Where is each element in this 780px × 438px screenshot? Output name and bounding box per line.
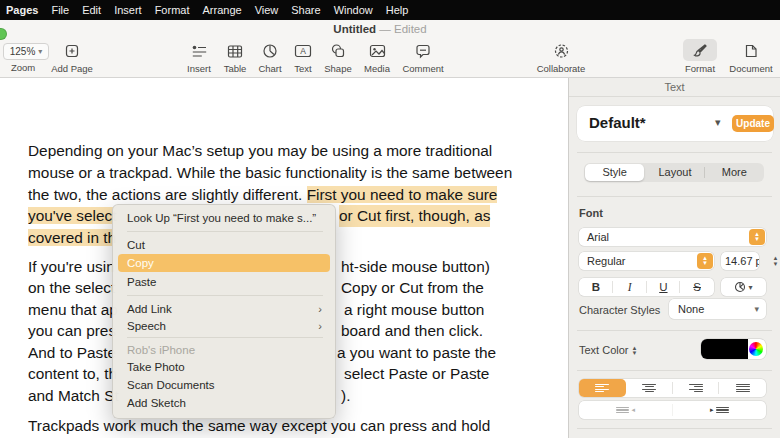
menu-item-paste[interactable]: Paste <box>118 273 330 291</box>
menu-item-scan-documents[interactable]: Scan Documents <box>118 376 330 394</box>
text-line: the two, the actions are slightly differ… <box>28 184 497 206</box>
indent-buttons: ◂ ▸ <box>579 401 766 419</box>
divider <box>577 196 772 197</box>
submenu-arrow-icon: › <box>318 300 322 318</box>
menu-item-copy[interactable]: Copy <box>118 254 330 272</box>
color-wheel-icon[interactable] <box>749 342 763 356</box>
svg-text:A: A <box>300 46 306 56</box>
context-menu: Look Up “First you need to make s...” Cu… <box>112 204 336 419</box>
format-sidebar: Text Default* ▾ Update Style Layout More… <box>568 78 780 438</box>
align-left-icon <box>595 382 609 393</box>
comment-icon <box>410 41 436 61</box>
menu-arrange[interactable]: Arrange <box>202 4 241 16</box>
style-name: Default* <box>589 114 646 131</box>
comment-button[interactable]: Comment <box>393 41 453 75</box>
menu-window[interactable]: Window <box>334 4 373 16</box>
menu-device-header: Rob's iPhone <box>118 341 330 359</box>
menu-item-speech[interactable]: Speech› <box>118 317 330 335</box>
document-title: Untitled <box>333 23 376 35</box>
divider <box>577 152 772 153</box>
text-line: mouse or a trackpad. While the basic fun… <box>28 162 512 184</box>
underline-button[interactable]: U <box>647 278 681 296</box>
font-family-select[interactable]: Arial ▲▼ <box>579 228 766 246</box>
menu-insert[interactable]: Insert <box>114 4 142 16</box>
alignment-buttons <box>579 379 766 397</box>
media-icon <box>364 41 390 61</box>
menu-item-add-sketch[interactable]: Add Sketch <box>118 394 330 412</box>
collaborate-button[interactable]: Collaborate <box>531 41 591 75</box>
menu-file[interactable]: File <box>51 4 69 16</box>
text-line: menu that apa right mouse button <box>28 299 118 321</box>
selected-text: covered in th <box>28 229 116 246</box>
font-weight-select[interactable]: Regular ▲▼ <box>579 252 714 270</box>
pages-app-window: Pages File Edit Insert Format Arrange Vi… <box>0 0 780 438</box>
font-style-buttons: B I U S <box>579 278 714 296</box>
menu-separator <box>127 337 323 338</box>
divider <box>577 330 772 331</box>
menu-help[interactable]: Help <box>386 4 409 16</box>
zoom-label: Zoom <box>11 62 35 73</box>
menu-item-take-photo[interactable]: Take Photo <box>118 358 330 376</box>
tab-layout[interactable]: Layout <box>645 163 704 182</box>
toolbar: Untitled — Edited 125% ▾ Zoom Add Page I… <box>0 20 780 78</box>
document-icon <box>738 41 764 61</box>
menu-item-cut[interactable]: Cut <box>118 236 330 254</box>
add-page-icon <box>59 41 85 61</box>
bold-button[interactable]: B <box>579 278 613 296</box>
menu-separator <box>127 231 323 232</box>
window-zoom-traffic-light[interactable] <box>0 28 7 40</box>
text-line: If you're usinht-side mouse button) <box>28 256 115 278</box>
text-line: content to, thselect Paste or Paste <box>28 363 117 385</box>
selected-text: or Cut first, though, as <box>339 205 490 227</box>
text-line: you've selector Cut first, though, as <box>28 205 117 227</box>
menu-share[interactable]: Share <box>291 4 320 16</box>
update-style-button[interactable]: Update <box>732 115 774 132</box>
chevron-down-icon[interactable]: ▾ <box>715 116 721 129</box>
menu-pages[interactable]: Pages <box>6 4 38 16</box>
edited-status: Edited <box>394 23 427 35</box>
up-down-chevron-icon: ▲▼ <box>632 346 638 356</box>
menu-separator <box>127 295 323 296</box>
chevron-down-icon: ▾ <box>748 283 752 292</box>
decrease-indent-icon <box>616 406 629 415</box>
tab-style[interactable]: Style <box>585 164 644 181</box>
menu-format[interactable]: Format <box>155 4 190 16</box>
text-line: on the selectCopy or Cut from the <box>28 277 115 299</box>
align-center-button[interactable] <box>626 379 673 397</box>
character-styles-label: Character Styles <box>579 304 660 316</box>
text-color-well[interactable] <box>701 339 766 359</box>
selected-text: you've select <box>28 207 117 224</box>
character-styles-dropdown[interactable]: None ▾ <box>669 299 766 319</box>
align-right-button[interactable] <box>673 379 720 397</box>
text-line: Depending on your Mac’s setup you may be… <box>28 140 492 162</box>
text-options-icon <box>734 281 746 293</box>
advanced-text-options-button[interactable]: ▾ <box>721 278 766 296</box>
text-line: covered in th <box>28 227 116 249</box>
window-title: Untitled — Edited <box>280 23 480 35</box>
macos-menu-bar: Pages File Edit Insert Format Arrange Vi… <box>0 0 780 20</box>
document-button[interactable]: Document <box>721 41 780 75</box>
align-justify-button[interactable] <box>719 379 766 397</box>
font-section-label: Font <box>579 207 603 219</box>
font-size-stepper[interactable]: ▲▼ <box>770 254 780 268</box>
stepper-icon[interactable]: ▲▼ <box>749 229 765 245</box>
italic-button[interactable]: I <box>613 278 647 296</box>
divider <box>577 370 772 371</box>
paragraph-style-card[interactable]: Default* ▾ Update <box>577 106 773 141</box>
menu-item-look-up[interactable]: Look Up “First you need to make s...” <box>118 209 330 227</box>
tab-more[interactable]: More <box>705 163 764 182</box>
increase-indent-button[interactable]: ▸ <box>673 401 767 419</box>
add-page-button[interactable]: Add Page <box>42 41 102 75</box>
menu-edit[interactable]: Edit <box>82 4 101 16</box>
decrease-indent-button[interactable]: ◂ <box>579 401 673 419</box>
format-brush-icon <box>687 41 713 61</box>
font-size-field[interactable]: 14.67 pt <box>721 252 759 270</box>
menu-item-add-link[interactable]: Add Link› <box>118 300 330 318</box>
align-right-icon <box>689 382 703 393</box>
align-left-button[interactable] <box>579 379 626 397</box>
increase-indent-icon <box>716 406 729 415</box>
stepper-icon[interactable]: ▲▼ <box>697 253 713 269</box>
strikethrough-button[interactable]: S <box>680 278 714 296</box>
menu-view[interactable]: View <box>255 4 279 16</box>
current-color-swatch[interactable] <box>701 339 748 359</box>
